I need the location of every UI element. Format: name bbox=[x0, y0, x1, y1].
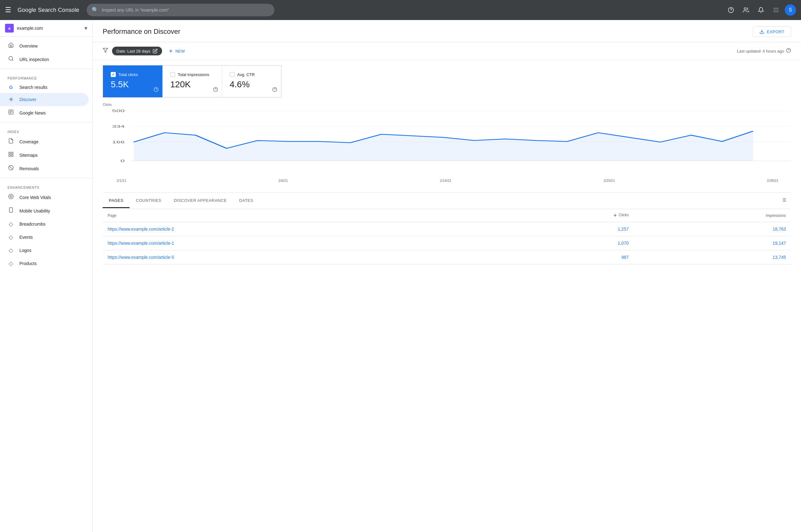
chart-svg: 500 334 166 0 bbox=[103, 108, 791, 176]
url-search-bar[interactable]: 🔍 bbox=[87, 4, 274, 16]
property-icon: e bbox=[5, 24, 14, 33]
export-button[interactable]: EXPORT bbox=[753, 26, 791, 37]
sidebar-item-removals[interactable]: Removals bbox=[0, 162, 89, 175]
svg-text:500: 500 bbox=[112, 109, 125, 113]
cell-page[interactable]: https://www.example.com/article-1 bbox=[103, 236, 500, 250]
svg-line-13 bbox=[12, 59, 13, 60]
grid-icon-button[interactable] bbox=[770, 4, 782, 16]
cell-clicks: 1,257 bbox=[500, 222, 634, 236]
chart-y-label: Clicks bbox=[103, 103, 791, 107]
last-updated-help-icon[interactable] bbox=[786, 48, 791, 54]
search-icon: 🔍 bbox=[92, 6, 99, 14]
property-selector[interactable]: e example.com ▾ bbox=[0, 20, 92, 37]
sidebar-item-label: Removals bbox=[19, 166, 39, 171]
property-chevron-icon: ▾ bbox=[84, 25, 87, 32]
export-label: EXPORT bbox=[767, 30, 784, 34]
cell-clicks: 987 bbox=[500, 250, 634, 264]
url-search-input[interactable] bbox=[102, 7, 269, 13]
chart-x-label: 2/28/21 bbox=[767, 179, 779, 183]
sidebar-item-coverage[interactable]: Coverage bbox=[0, 135, 89, 148]
chart-x-label: 2/20/21 bbox=[604, 179, 615, 183]
svg-point-2 bbox=[744, 8, 746, 10]
users-icon-button[interactable] bbox=[740, 4, 752, 16]
sidebar-item-label: Core Web Vitals bbox=[19, 195, 51, 200]
cell-page[interactable]: https://www.example.com/article-2 bbox=[103, 222, 500, 236]
sidebar-item-google-news[interactable]: Google News bbox=[0, 106, 89, 119]
metric-total-impressions[interactable]: Total impressions 120K bbox=[163, 65, 222, 97]
main-content: Performance on Discover EXPORT D bbox=[93, 20, 801, 532]
sidebar-item-logos[interactable]: ◇ Logos bbox=[0, 244, 89, 257]
new-filter-button[interactable]: NEW bbox=[166, 46, 187, 55]
metric-checkbox-impressions bbox=[170, 72, 175, 77]
metric-value-ctr: 4.6% bbox=[230, 79, 273, 90]
svg-point-11 bbox=[778, 12, 779, 13]
sidebar-item-search-results[interactable]: G Search results bbox=[0, 81, 89, 93]
tabs-row: PAGES COUNTRIES DISCOVER APPEARANCE DATE… bbox=[103, 193, 791, 209]
sidebar-item-core-web-vitals[interactable]: Core Web Vitals bbox=[0, 191, 89, 204]
last-updated-text: Last updated: 4 hours ago bbox=[737, 49, 784, 54]
metric-label-clicks: Total clicks bbox=[118, 72, 138, 77]
filter-icon[interactable] bbox=[103, 48, 108, 55]
metric-total-clicks[interactable]: ✓ Total clicks 5.5K bbox=[103, 65, 163, 97]
removals-icon bbox=[7, 165, 14, 172]
tab-pages[interactable]: PAGES bbox=[103, 194, 130, 208]
user-avatar[interactable]: S bbox=[785, 4, 796, 16]
metric-label-ctr: Avg. CTR bbox=[237, 72, 255, 77]
metric-avg-ctr[interactable]: Avg. CTR 4.6% bbox=[222, 65, 281, 97]
filter-bar: Date: Last 28 days NEW Last updated: 4 h… bbox=[93, 42, 801, 60]
table-filter-icon[interactable] bbox=[777, 193, 791, 209]
sidebar-item-mobile-usability[interactable]: Mobile Usability bbox=[0, 204, 89, 217]
metrics-container: ✓ Total clicks 5.5K bbox=[93, 60, 801, 98]
tabs-section: PAGES COUNTRIES DISCOVER APPEARANCE DATE… bbox=[103, 192, 791, 264]
chart-x-label: 2/14/21 bbox=[440, 179, 452, 183]
col-clicks[interactable]: Clicks bbox=[500, 209, 634, 222]
cell-page[interactable]: https://www.example.com/article-5 bbox=[103, 250, 500, 264]
sidebar-item-products[interactable]: ◇ Products bbox=[0, 257, 89, 270]
events-icon: ◇ bbox=[7, 234, 14, 241]
svg-point-4 bbox=[776, 8, 777, 9]
metric-value-impressions: 120K bbox=[170, 79, 214, 90]
cell-impressions: 18,763 bbox=[634, 222, 791, 236]
search-results-icon: G bbox=[7, 84, 14, 90]
page-title: Performance on Discover bbox=[103, 27, 180, 36]
date-chip-label: Date: Last 28 days bbox=[116, 49, 150, 54]
tab-countries[interactable]: COUNTRIES bbox=[130, 194, 167, 208]
tab-dates[interactable]: DATES bbox=[233, 194, 260, 208]
sidebar-item-label: Mobile Usability bbox=[19, 208, 50, 213]
sidebar-item-sitemaps[interactable]: Sitemaps bbox=[0, 148, 89, 162]
bell-icon-button[interactable] bbox=[755, 4, 767, 16]
metric-help-impressions[interactable] bbox=[213, 87, 218, 93]
col-clicks-label: Clicks bbox=[618, 213, 629, 217]
products-icon: ◇ bbox=[7, 260, 14, 267]
sidebar-item-label: URL inspection bbox=[19, 57, 49, 62]
sidebar-divider-2 bbox=[0, 122, 92, 122]
new-label: NEW bbox=[175, 49, 185, 54]
col-impressions: Impressions bbox=[634, 209, 791, 222]
sidebar-item-events[interactable]: ◇ Events bbox=[0, 231, 89, 244]
sidebar-item-label: Google News bbox=[19, 111, 46, 115]
table-head: Page Clicks Impressions bbox=[103, 209, 791, 222]
sidebar-item-label: Coverage bbox=[19, 139, 38, 144]
sidebar-item-url-inspection[interactable]: URL inspection bbox=[0, 53, 89, 66]
svg-rect-21 bbox=[9, 155, 10, 156]
sidebar-item-label: Logos bbox=[19, 248, 31, 253]
tab-discover-appearance[interactable]: DISCOVER APPEARANCE bbox=[167, 194, 233, 208]
metric-help-ctr[interactable] bbox=[272, 87, 277, 93]
svg-point-25 bbox=[10, 195, 12, 197]
sidebar-divider bbox=[0, 69, 92, 69]
metric-value-clicks: 5.5K bbox=[111, 79, 155, 90]
sidebar-item-breadcrumbs[interactable]: ◇ Breadcrumbs bbox=[0, 217, 89, 231]
svg-marker-48 bbox=[134, 131, 753, 161]
metric-help-clicks[interactable] bbox=[154, 87, 159, 93]
help-icon-button[interactable] bbox=[725, 4, 737, 16]
chart-x-label: 2/1/21 bbox=[117, 179, 127, 183]
sidebar-item-discover[interactable]: ✳ Discover bbox=[0, 93, 89, 106]
svg-rect-18 bbox=[9, 152, 10, 154]
chart-wrapper: 500 334 166 0 2/1/21 2/6/21 2/14/21 2/20… bbox=[103, 108, 791, 183]
sidebar-item-label: Products bbox=[19, 261, 37, 266]
metric-checkbox-ctr bbox=[230, 72, 235, 77]
date-chip[interactable]: Date: Last 28 days bbox=[112, 46, 162, 55]
menu-icon[interactable]: ☰ bbox=[5, 6, 11, 14]
svg-point-9 bbox=[774, 12, 775, 13]
sidebar-item-overview[interactable]: Overview bbox=[0, 39, 89, 53]
